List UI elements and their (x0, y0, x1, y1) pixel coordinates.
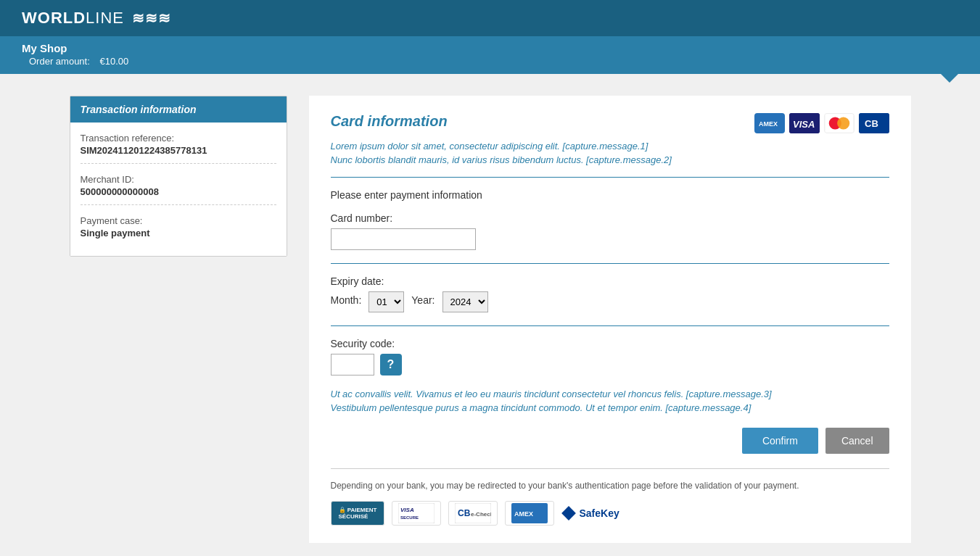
security-code-label: Security code: (331, 338, 889, 349)
message1: Lorem ipsum dolor sit amet, consectetur … (331, 141, 889, 152)
svg-text:VISA: VISA (793, 119, 815, 130)
visa-secure-logo: VISA SECURE (392, 501, 441, 526)
transaction-reference-row: Transaction reference: SIM20241120122438… (81, 133, 276, 164)
merchant-id-row: Merchant ID: 500000000000008 (81, 174, 276, 205)
expiry-label: Expiry date: (331, 275, 889, 287)
section-title: Please enter payment information (331, 189, 889, 201)
security-code-group: Security code: ? (331, 338, 889, 375)
bottom-separator (331, 468, 889, 469)
cb-icon: CB (859, 113, 889, 133)
button-row: Confirm Cancel (331, 428, 889, 454)
amex-secure-icon: AMEX (511, 503, 548, 523)
card-logos: AMEX VISA (754, 113, 889, 133)
visa-secure-icon: VISA SECURE (398, 503, 435, 523)
shop-name: My Shop (22, 42, 958, 54)
mastercard-icon (825, 113, 854, 133)
security-logos: 🔒 PAIEMENTSÉCURISÉ VISA SECURE CB e-Chec… (331, 501, 889, 526)
amex-logo: AMEX (754, 113, 785, 133)
visa-logo: VISA (789, 113, 820, 133)
security-input-row: ? (331, 354, 889, 375)
separator-mid (331, 263, 889, 264)
message4: Vestibulum pellentesque purus a magna ti… (331, 402, 889, 413)
separator-top (331, 177, 889, 178)
transaction-box-body: Transaction reference: SIM20241120122438… (70, 123, 287, 256)
payment-case-label: Payment case: (81, 215, 276, 226)
separator-mid2 (331, 325, 889, 326)
svg-text:VISA: VISA (400, 507, 414, 513)
cb-logo: CB (859, 113, 889, 133)
merchant-id-label: Merchant ID: (81, 174, 276, 185)
amex-icon: AMEX (756, 115, 783, 132)
transaction-box-header: Transaction information (70, 96, 287, 123)
logo-line: LINE (86, 9, 124, 27)
tx-ref-value: SIM202411201224385778131 (81, 145, 276, 156)
svg-text:e-Check: e-Check (471, 511, 491, 518)
top-messages: Lorem ipsum dolor sit amet, consectetur … (331, 141, 889, 165)
svg-point-6 (837, 117, 849, 129)
security-code-input[interactable] (331, 354, 374, 375)
logo: WORLDLINE ≋≋≋ (22, 9, 171, 28)
payment-case-row: Payment case: Single payment (81, 215, 276, 246)
svg-text:CB: CB (865, 118, 878, 129)
safekey-icon (561, 506, 576, 520)
paiement-securise-logo: 🔒 PAIEMENTSÉCURISÉ (331, 501, 385, 526)
expiry-group: Expiry date: Month: 01020304050607080910… (331, 275, 889, 312)
card-number-group: Card number: (331, 212, 889, 250)
subheader: My Shop Order amount: €10.00 (0, 36, 980, 74)
svg-text:SECURE: SECURE (400, 515, 419, 520)
month-select[interactable]: 010203040506070809101112 (368, 291, 404, 312)
svg-text:CB: CB (458, 508, 471, 518)
security-help-button[interactable]: ? (380, 354, 402, 375)
year-label: Year: (411, 294, 435, 306)
bottom-messages: Ut ac convallis velit. Vivamus et leo eu… (331, 389, 889, 413)
card-number-input[interactable] (331, 228, 476, 250)
confirm-button[interactable]: Confirm (742, 428, 818, 454)
card-info-title: Card information (331, 113, 448, 130)
cb-check-icon: CB e-Check (455, 503, 491, 523)
svg-rect-17 (562, 506, 577, 520)
cancel-button[interactable]: Cancel (825, 428, 889, 454)
header: WORLDLINE ≋≋≋ (0, 0, 980, 36)
card-info-header: Card information AMEX VISA (331, 113, 889, 133)
svg-text:AMEX: AMEX (759, 120, 778, 128)
amex-secure-logo: AMEX (505, 501, 554, 526)
mastercard-logo (824, 113, 855, 133)
visa-icon: VISA (789, 113, 820, 133)
tx-ref-label: Transaction reference: (81, 133, 276, 144)
message2: Nunc lobortis blandit mauris, id varius … (331, 154, 889, 165)
year-select[interactable]: 2024202520262027202820292030 (442, 291, 488, 312)
payment-case-value: Single payment (81, 228, 276, 238)
message3: Ut ac convallis velit. Vivamus et leo eu… (331, 389, 889, 399)
logo-waves-icon: ≋≋≋ (132, 10, 171, 26)
svg-text:AMEX: AMEX (514, 510, 533, 518)
order-amount: Order amount: €10.00 (22, 56, 958, 67)
logo-world: WORLD (22, 9, 86, 27)
month-label: Month: (331, 294, 362, 306)
card-number-label: Card number: (331, 212, 889, 224)
merchant-id-value: 500000000000008 (81, 186, 276, 197)
safekey-logo: SafeKey (561, 506, 619, 520)
expiry-row: Month: 010203040506070809101112 Year: 20… (331, 291, 889, 312)
content-area: Card information AMEX VISA (309, 96, 911, 543)
bank-redirect-info: Depending on your bank, you may be redir… (331, 479, 889, 492)
dropdown-arrow-icon (941, 74, 958, 83)
main-layout: Transaction information Transaction refe… (55, 96, 926, 543)
sidebar: Transaction information Transaction refe… (70, 96, 287, 543)
cb-check-logo: CB e-Check (448, 501, 498, 526)
transaction-info-box: Transaction information Transaction refe… (70, 96, 287, 257)
